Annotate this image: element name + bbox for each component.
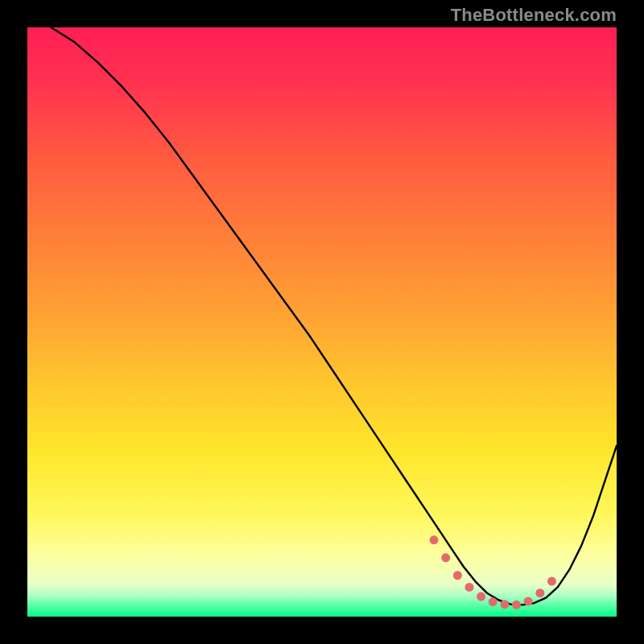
trough-dot (465, 583, 474, 592)
watermark-text: TheBottleneck.com (451, 5, 617, 26)
plot-area (27, 27, 617, 617)
gradient-background (27, 27, 617, 617)
outer-frame: TheBottleneck.com (0, 0, 644, 644)
trough-dot (477, 592, 485, 601)
trough-dot (512, 601, 521, 609)
trough-dot (441, 553, 450, 562)
trough-dot (500, 600, 509, 609)
trough-dot (535, 588, 544, 597)
trough-dot (524, 597, 533, 605)
trough-dot (489, 597, 497, 606)
trough-dot (430, 535, 439, 544)
bottleneck-chart (27, 27, 617, 617)
trough-dot (453, 571, 462, 580)
trough-dot (547, 577, 556, 586)
